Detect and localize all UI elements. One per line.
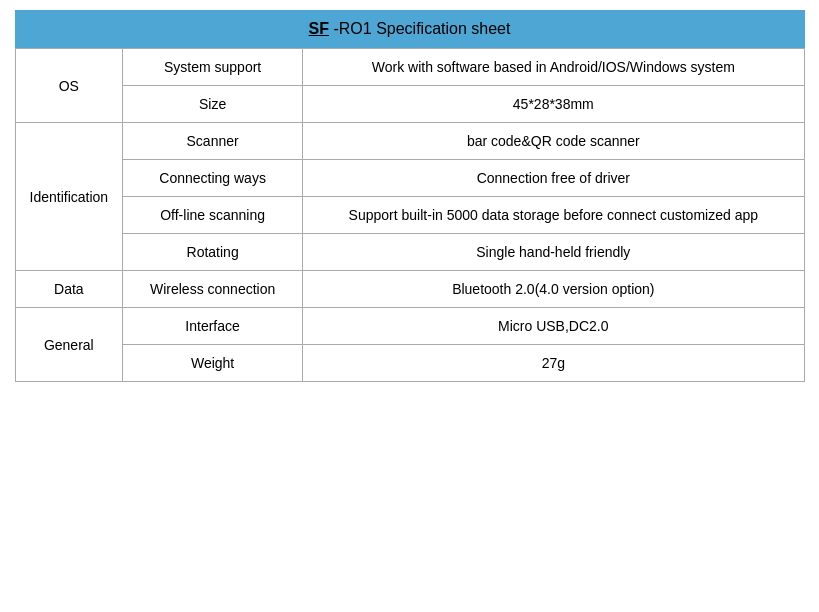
subcategory-cell: Off-line scanning [123,197,303,234]
value-cell: 45*28*38mm [303,86,804,123]
spec-table: OSSystem supportWork with software based… [15,48,805,382]
page-wrapper: SF -RO1 Specification sheet OSSystem sup… [15,10,805,382]
subcategory-cell: System support [123,49,303,86]
subcategory-cell: Interface [123,308,303,345]
category-cell: Data [15,271,123,308]
subcategory-cell: Size [123,86,303,123]
table-row: DataWireless connectionBluetooth 2.0(4.0… [15,271,804,308]
table-row: Weight27g [15,345,804,382]
value-cell: Micro USB,DC2.0 [303,308,804,345]
value-cell: 27g [303,345,804,382]
category-cell: General [15,308,123,382]
table-row: RotatingSingle hand-held friendly [15,234,804,271]
subcategory-cell: Connecting ways [123,160,303,197]
value-cell: Support built-in 5000 data storage befor… [303,197,804,234]
subcategory-cell: Wireless connection [123,271,303,308]
value-cell: bar code&QR code scanner [303,123,804,160]
category-cell: Identification [15,123,123,271]
value-cell: Connection free of driver [303,160,804,197]
title-bar: SF -RO1 Specification sheet [15,10,805,48]
table-row: Size45*28*38mm [15,86,804,123]
subcategory-cell: Weight [123,345,303,382]
category-cell: OS [15,49,123,123]
table-row: IdentificationScannerbar code&QR code sc… [15,123,804,160]
title-suffix: -RO1 Specification sheet [329,20,510,37]
table-row: GeneralInterfaceMicro USB,DC2.0 [15,308,804,345]
subcategory-cell: Scanner [123,123,303,160]
value-cell: Bluetooth 2.0(4.0 version option) [303,271,804,308]
table-row: Off-line scanningSupport built-in 5000 d… [15,197,804,234]
value-cell: Single hand-held friendly [303,234,804,271]
subcategory-cell: Rotating [123,234,303,271]
value-cell: Work with software based in Android/IOS/… [303,49,804,86]
table-row: Connecting waysConnection free of driver [15,160,804,197]
table-row: OSSystem supportWork with software based… [15,49,804,86]
title-prefix: SF [309,20,329,37]
